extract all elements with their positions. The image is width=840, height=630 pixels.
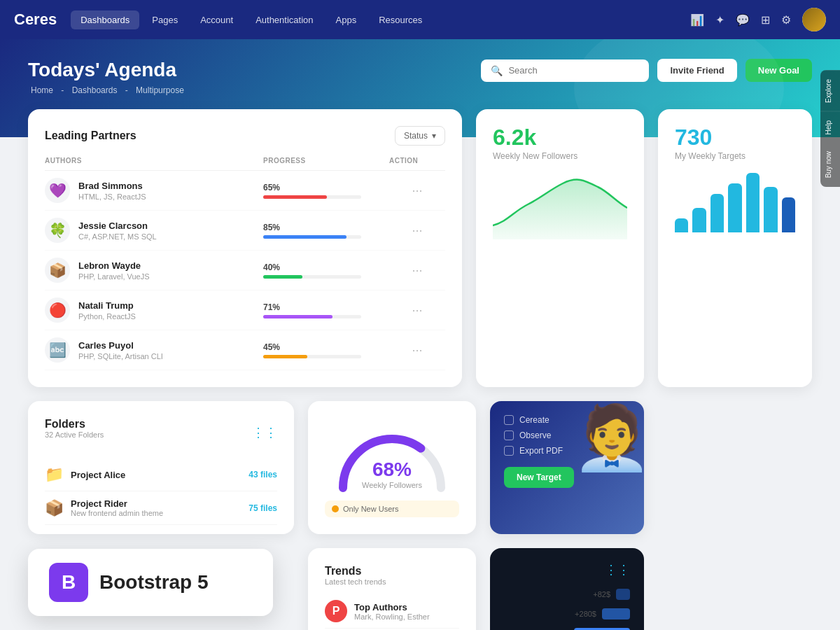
gauge-percentage: 68% [362,458,422,481]
folder-files: 75 files [248,503,277,513]
dark-bar-item: +280$ [504,608,630,620]
list-item: P Top Authors Mark, Rowling, Esther [325,594,459,629]
settings-icon[interactable]: ⚙ [781,13,791,27]
checkbox-icon[interactable] [504,446,514,456]
nav-links: Dashboards Pages Account Authentication … [71,10,432,29]
checkbox-icon[interactable] [504,430,514,440]
character-illustration: 🧑‍💼 [573,401,644,475]
new-target-button[interactable]: New Target [504,467,574,488]
folder-icon: 📦 [45,499,64,517]
progress-bar-bg [263,355,361,358]
progress-pct: 65% [263,183,389,192]
table-row: 🔴 Natali Trump Python, ReactJS 71% ··· [45,290,445,330]
progress-bar-bg [263,235,361,239]
trends-card: Trends Latest tech trends P Top Authors … [308,548,476,630]
author-skills: HTML, JS, ReactJS [78,192,146,201]
dark-bar-value: +280$ [575,610,596,618]
progress-col: 40% [263,262,389,279]
progress-bar-bg [263,275,361,279]
author-avatar: 🔤 [45,337,70,363]
progress-bar-bg [263,195,361,199]
progress-col: 45% [263,342,389,358]
top-grid: Leading Partners Status ▾ AUTHORS PROGRE… [28,109,812,387]
search-input[interactable] [508,65,639,76]
status-dropdown[interactable]: Status ▾ [395,126,445,146]
action-menu-icon[interactable]: ··· [389,303,445,318]
sparkle-icon[interactable]: ✦ [715,13,724,27]
table-row: 🔤 Carles Puyol PHP, SQLite, Artisan CLI … [45,330,445,370]
progress-bar-fill [263,315,332,318]
author-avatar: 🍀 [45,218,70,243]
author-skills: PHP, Laravel, VueJS [78,272,150,281]
folders-header: Folders 32 Active Folders ⋮⋮ [45,418,277,447]
progress-col: 65% [263,183,389,199]
author-name: Carles Puyol [78,340,163,351]
gauge-label: Weekly Followers [362,481,422,489]
action-menu-icon[interactable]: ··· [389,343,445,358]
author-info: 📦 Lebron Wayde PHP, Laravel, VueJS [45,258,263,283]
author-info: 💜 Brad Simmons HTML, JS, ReactJS [45,178,263,203]
folders-subtitle: 32 Active Folders [45,430,104,439]
action-menu-icon[interactable]: ··· [389,263,445,278]
author-avatar: 📦 [45,258,70,283]
grid-icon[interactable]: ⊞ [761,13,770,27]
nav-apps[interactable]: Apps [326,10,367,29]
page-title: Todays' Agenda [28,59,812,81]
breadcrumb-dashboards[interactable]: Dashboards [72,85,118,95]
folder-name: Project Alice [71,470,125,480]
search-icon: 🔍 [491,65,503,76]
breadcrumb-home[interactable]: Home [31,85,53,95]
status-label: Status [404,131,428,141]
user-avatar[interactable] [802,8,826,31]
explore-tab[interactable]: Explore [820,70,840,111]
folders-dots-icon[interactable]: ⋮⋮ [252,425,277,440]
progress-bar-fill [263,195,327,199]
col-action: ACTION [389,157,445,164]
only-new-dot-icon [332,505,339,512]
folder-icon: 📁 [45,465,64,484]
invite-friend-button[interactable]: Invite Friend [657,59,736,82]
nav-resources[interactable]: Resources [369,10,432,29]
partners-title: Leading Partners [45,130,136,142]
col-progress: PROGRESS [263,157,389,164]
chevron-down-icon: ▾ [432,131,436,141]
dark-dots-icon: ⋮⋮ [504,562,630,578]
checkbox-icon[interactable] [504,415,514,425]
gauge-card: 68% Weekly Followers Only New Users [308,401,476,534]
bar-chart-icon[interactable]: 📊 [690,13,704,27]
progress-pct: 71% [263,302,389,312]
header-actions: 🔍 Invite Friend New Goal [481,59,812,82]
dark-bar-item: +82$ [504,589,630,600]
bootstrap-badge: B Bootstrap 5 [28,549,273,616]
nav-account[interactable]: Account [190,10,243,29]
nav-authentication[interactable]: Authentication [246,10,323,29]
followers-chart [493,169,627,239]
author-skills: C#, ASP.NET, MS SQL [78,232,157,241]
author-avatar: 🔴 [45,298,70,323]
nt-option-label: Export PDF [519,446,563,456]
search-box[interactable]: 🔍 [481,59,649,82]
author-name: Brad Simmons [78,181,146,191]
message-icon[interactable]: 💬 [736,13,750,27]
bar-item [782,197,795,232]
nav-pages[interactable]: Pages [142,10,188,29]
targets-bar-chart [675,169,795,232]
action-menu-icon[interactable]: ··· [389,183,445,198]
table-row: 🍀 Jessie Clarcson C#, ASP.NET, MS SQL 85… [45,211,445,251]
action-menu-icon[interactable]: ··· [389,223,445,238]
dark-panel: ⋮⋮ +82$ +280$ +4500$ [490,548,644,630]
trend-rows: P Top Authors Mark, Rowling, Esther T Po… [325,594,459,630]
nav-dashboards[interactable]: Dashboards [71,10,139,29]
bar-item [746,173,760,232]
new-goal-button[interactable]: New Goal [746,59,812,82]
author-name: Lebron Wayde [78,260,150,271]
trends-title: Trends [325,565,459,578]
author-avatar: 💜 [45,178,70,203]
bar-item [728,183,741,232]
breadcrumb-multipurpose: Multipurpose [136,85,184,95]
author-rows: 💜 Brad Simmons HTML, JS, ReactJS 65% ···… [45,171,445,370]
new-target-card: CereateObserveExport PDF New Target 🧑‍💼 [490,401,644,534]
progress-bar-fill [263,275,302,279]
author-info: 🔤 Carles Puyol PHP, SQLite, Artisan CLI [45,337,263,363]
nt-option-label: Observe [519,430,551,440]
